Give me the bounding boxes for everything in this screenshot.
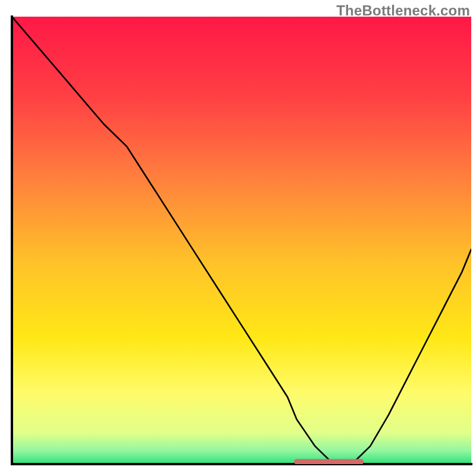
bottleneck-chart — [0, 0, 476, 476]
gradient-background — [12, 17, 471, 464]
chart-container: TheBottleneck.com — [0, 0, 476, 476]
